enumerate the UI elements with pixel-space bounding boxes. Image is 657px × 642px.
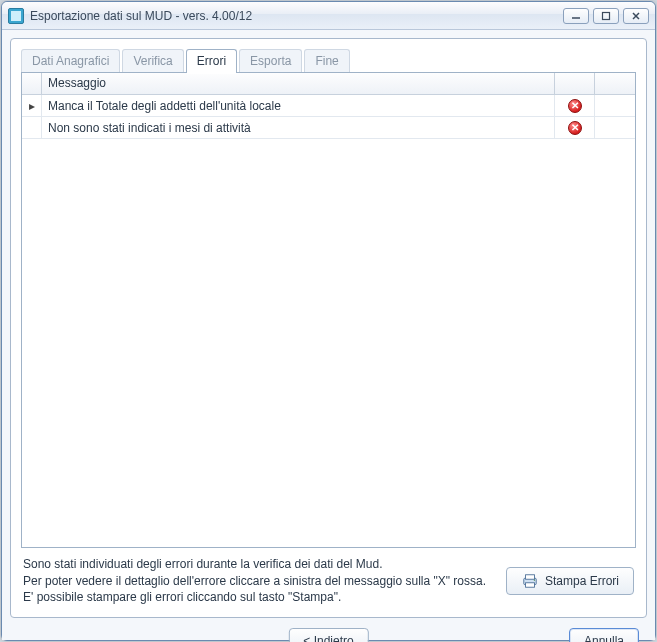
footer-text: Sono stati individuati degli errori dura…: [23, 556, 498, 605]
window-title: Esportazione dati sul MUD - vers. 4.00/1…: [30, 9, 563, 23]
grid-header-extra[interactable]: [595, 73, 635, 94]
grid-header-status[interactable]: [555, 73, 595, 94]
table-row[interactable]: ▸Manca il Totale degli addetti dell'unit…: [22, 95, 635, 117]
app-icon: [8, 8, 24, 24]
back-button[interactable]: < Indietro: [288, 628, 368, 642]
svg-point-7: [534, 579, 535, 580]
row-error-icon-cell[interactable]: [555, 95, 595, 116]
footer-line-3: E' possibile stampare gli errori cliccan…: [23, 589, 498, 605]
minimize-icon: [571, 11, 581, 21]
grid-body[interactable]: ▸Manca il Totale degli addetti dell'unit…: [22, 95, 635, 547]
svg-rect-1: [603, 12, 610, 19]
footer-line-1: Sono stati individuati degli errori dura…: [23, 556, 498, 572]
svg-rect-5: [526, 574, 535, 578]
wizard-buttons: < Indietro Annulla: [10, 618, 647, 632]
close-icon: [631, 11, 641, 21]
row-indicator: ▸: [22, 95, 42, 116]
titlebar[interactable]: Esportazione dati sul MUD - vers. 4.00/1…: [2, 2, 655, 30]
error-icon: [568, 99, 582, 113]
row-indicator: [22, 117, 42, 138]
tab-verifica[interactable]: Verifica: [122, 49, 183, 73]
tab-panel-errori: Messaggio ▸Manca il Totale degli addetti…: [21, 72, 636, 548]
print-errors-label: Stampa Errori: [545, 574, 619, 588]
maximize-button[interactable]: [593, 8, 619, 24]
row-extra-cell: [595, 117, 635, 138]
grid-header-messaggio[interactable]: Messaggio: [42, 73, 555, 94]
footer-line-2: Per poter vedere il dettaglio dell'error…: [23, 573, 498, 589]
tab-dati-anagrafici[interactable]: Dati Anagrafici: [21, 49, 120, 73]
print-errors-button[interactable]: Stampa Errori: [506, 567, 634, 595]
row-message: Manca il Totale degli addetti dell'unità…: [42, 95, 555, 116]
tab-esporta[interactable]: Esporta: [239, 49, 302, 73]
grid-header: Messaggio: [22, 73, 635, 95]
close-button[interactable]: [623, 8, 649, 24]
tab-strip: Dati AnagraficiVerificaErroriEsportaFine: [21, 49, 636, 73]
back-label: < Indietro: [303, 634, 353, 642]
svg-rect-6: [526, 582, 535, 586]
grid-header-indicator[interactable]: [22, 73, 42, 94]
error-icon: [568, 121, 582, 135]
table-row[interactable]: Non sono stati indicati i mesi di attivi…: [22, 117, 635, 139]
row-message: Non sono stati indicati i mesi di attivi…: [42, 117, 555, 138]
tab-fine[interactable]: Fine: [304, 49, 349, 73]
window: Esportazione dati sul MUD - vers. 4.00/1…: [1, 1, 656, 641]
cancel-button[interactable]: Annulla: [569, 628, 639, 642]
panel-footer: Sono stati individuati degli errori dura…: [21, 548, 636, 607]
window-controls: [563, 8, 649, 24]
printer-icon: [521, 573, 539, 589]
row-error-icon-cell[interactable]: [555, 117, 595, 138]
client-area: Dati AnagraficiVerificaErroriEsportaFine…: [2, 30, 655, 640]
minimize-button[interactable]: [563, 8, 589, 24]
row-extra-cell: [595, 95, 635, 116]
maximize-icon: [601, 11, 611, 21]
wizard-page: Dati AnagraficiVerificaErroriEsportaFine…: [10, 38, 647, 618]
cancel-label: Annulla: [584, 634, 624, 642]
tab-errori[interactable]: Errori: [186, 49, 237, 73]
